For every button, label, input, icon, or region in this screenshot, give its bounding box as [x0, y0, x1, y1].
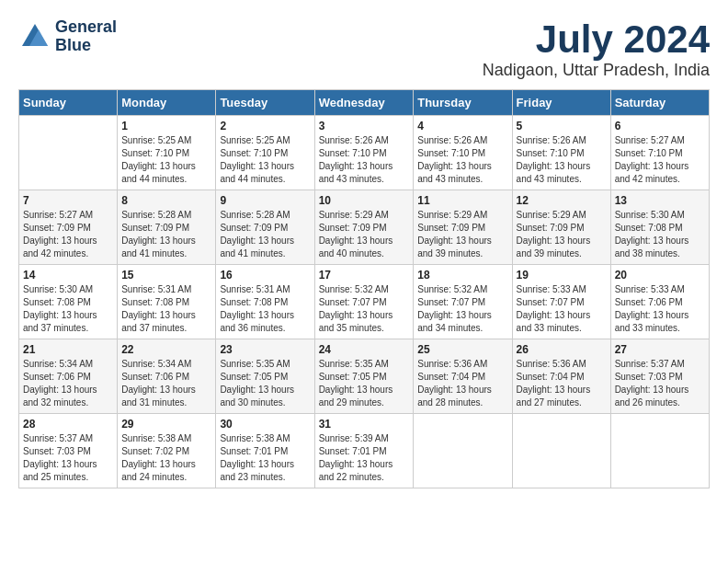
day-info: Sunrise: 5:36 AMSunset: 7:04 PMDaylight:…: [517, 358, 607, 409]
day-number: 2: [220, 120, 310, 132]
day-info: Sunrise: 5:37 AMSunset: 7:03 PMDaylight:…: [615, 358, 705, 409]
day-number: 23: [220, 343, 310, 356]
calendar-cell: 3Sunrise: 5:26 AMSunset: 7:10 PMDaylight…: [314, 116, 414, 190]
day-info: Sunrise: 5:27 AMSunset: 7:09 PMDaylight:…: [23, 209, 113, 260]
day-info: Sunrise: 5:35 AMSunset: 7:05 PMDaylight:…: [319, 358, 410, 409]
calendar-week-row: 1Sunrise: 5:25 AMSunset: 7:10 PMDaylight…: [19, 116, 710, 190]
day-info: Sunrise: 5:32 AMSunset: 7:07 PMDaylight:…: [417, 283, 507, 335]
day-info: Sunrise: 5:26 AMSunset: 7:10 PMDaylight:…: [319, 134, 410, 186]
day-number: 15: [121, 269, 211, 282]
day-number: 17: [319, 269, 410, 282]
calendar-cell: 5Sunrise: 5:26 AMSunset: 7:10 PMDaylight…: [512, 116, 610, 190]
day-number: 14: [23, 269, 113, 282]
calendar-cell: 15Sunrise: 5:31 AMSunset: 7:08 PMDayligh…: [118, 265, 216, 339]
day-number: 28: [23, 418, 113, 431]
day-info: Sunrise: 5:37 AMSunset: 7:03 PMDaylight:…: [23, 432, 113, 484]
calendar-cell: [414, 414, 512, 488]
calendar-cell: 31Sunrise: 5:39 AMSunset: 7:01 PMDayligh…: [314, 414, 414, 488]
day-info: Sunrise: 5:31 AMSunset: 7:08 PMDaylight:…: [121, 283, 211, 335]
day-number: 11: [417, 194, 507, 207]
calendar-cell: 28Sunrise: 5:37 AMSunset: 7:03 PMDayligh…: [19, 414, 118, 488]
day-info: Sunrise: 5:29 AMSunset: 7:09 PMDaylight:…: [417, 209, 507, 260]
calendar-cell: 6Sunrise: 5:27 AMSunset: 7:10 PMDaylight…: [610, 116, 709, 190]
day-number: 5: [517, 120, 607, 132]
weekday-header-row: SundayMondayTuesdayWednesdayThursdayFrid…: [19, 90, 710, 116]
day-info: Sunrise: 5:36 AMSunset: 7:04 PMDaylight:…: [417, 358, 507, 409]
day-number: 6: [615, 120, 705, 132]
day-info: Sunrise: 5:34 AMSunset: 7:06 PMDaylight:…: [23, 358, 113, 409]
day-info: Sunrise: 5:35 AMSunset: 7:05 PMDaylight:…: [220, 358, 310, 409]
day-number: 3: [319, 120, 410, 132]
weekday-header: Saturday: [610, 90, 709, 116]
calendar-cell: 24Sunrise: 5:35 AMSunset: 7:05 PMDayligh…: [314, 339, 414, 414]
calendar-cell: 12Sunrise: 5:29 AMSunset: 7:09 PMDayligh…: [512, 190, 610, 265]
calendar-cell: 1Sunrise: 5:25 AMSunset: 7:10 PMDaylight…: [118, 116, 216, 190]
day-info: Sunrise: 5:30 AMSunset: 7:08 PMDaylight:…: [23, 283, 113, 335]
weekday-header: Tuesday: [216, 90, 314, 116]
day-number: 18: [417, 269, 507, 282]
day-number: 9: [220, 194, 310, 207]
calendar-cell: 17Sunrise: 5:32 AMSunset: 7:07 PMDayligh…: [314, 265, 414, 339]
calendar-cell: 29Sunrise: 5:38 AMSunset: 7:02 PMDayligh…: [118, 414, 216, 488]
title-area: July 2024 Nadigaon, Uttar Pradesh, India: [483, 18, 710, 80]
calendar-cell: [512, 414, 610, 488]
calendar-cell: 7Sunrise: 5:27 AMSunset: 7:09 PMDaylight…: [19, 190, 118, 265]
day-number: 20: [615, 269, 705, 282]
day-info: Sunrise: 5:34 AMSunset: 7:06 PMDaylight:…: [121, 358, 211, 409]
day-info: Sunrise: 5:25 AMSunset: 7:10 PMDaylight:…: [121, 134, 211, 186]
day-info: Sunrise: 5:33 AMSunset: 7:06 PMDaylight:…: [615, 283, 705, 335]
calendar-cell: 26Sunrise: 5:36 AMSunset: 7:04 PMDayligh…: [512, 339, 610, 414]
day-number: 30: [220, 418, 310, 431]
day-info: Sunrise: 5:32 AMSunset: 7:07 PMDaylight:…: [319, 283, 410, 335]
day-number: 22: [121, 343, 211, 356]
day-number: 12: [517, 194, 607, 207]
day-info: Sunrise: 5:25 AMSunset: 7:10 PMDaylight:…: [220, 134, 310, 186]
calendar-cell: 13Sunrise: 5:30 AMSunset: 7:08 PMDayligh…: [610, 190, 709, 265]
day-info: Sunrise: 5:38 AMSunset: 7:02 PMDaylight:…: [121, 432, 211, 484]
day-info: Sunrise: 5:30 AMSunset: 7:08 PMDaylight:…: [615, 209, 705, 260]
weekday-header: Monday: [118, 90, 216, 116]
day-number: 7: [23, 194, 113, 207]
day-info: Sunrise: 5:26 AMSunset: 7:10 PMDaylight:…: [417, 134, 507, 186]
day-number: 25: [417, 343, 507, 356]
calendar-table: SundayMondayTuesdayWednesdayThursdayFrid…: [18, 89, 710, 488]
day-info: Sunrise: 5:29 AMSunset: 7:09 PMDaylight:…: [319, 209, 410, 260]
logo-icon: [18, 20, 51, 53]
day-number: 31: [319, 418, 410, 431]
weekday-header: Wednesday: [314, 90, 414, 116]
calendar-cell: 14Sunrise: 5:30 AMSunset: 7:08 PMDayligh…: [19, 265, 118, 339]
day-number: 8: [121, 194, 211, 207]
day-info: Sunrise: 5:39 AMSunset: 7:01 PMDaylight:…: [319, 432, 410, 484]
location-title: Nadigaon, Uttar Pradesh, India: [483, 61, 710, 80]
calendar-cell: 27Sunrise: 5:37 AMSunset: 7:03 PMDayligh…: [610, 339, 709, 414]
calendar-cell: 30Sunrise: 5:38 AMSunset: 7:01 PMDayligh…: [216, 414, 314, 488]
weekday-header: Sunday: [19, 90, 118, 116]
month-title: July 2024: [483, 18, 710, 61]
day-info: Sunrise: 5:26 AMSunset: 7:10 PMDaylight:…: [517, 134, 607, 186]
logo-text: General Blue: [55, 18, 117, 55]
calendar-cell: 11Sunrise: 5:29 AMSunset: 7:09 PMDayligh…: [414, 190, 512, 265]
calendar-week-row: 14Sunrise: 5:30 AMSunset: 7:08 PMDayligh…: [19, 265, 710, 339]
weekday-header: Thursday: [414, 90, 512, 116]
day-info: Sunrise: 5:28 AMSunset: 7:09 PMDaylight:…: [220, 209, 310, 260]
calendar-cell: 23Sunrise: 5:35 AMSunset: 7:05 PMDayligh…: [216, 339, 314, 414]
day-info: Sunrise: 5:29 AMSunset: 7:09 PMDaylight:…: [517, 209, 607, 260]
day-number: 27: [615, 343, 705, 356]
header: General Blue July 2024 Nadigaon, Uttar P…: [18, 18, 710, 80]
day-number: 16: [220, 269, 310, 282]
calendar-cell: 19Sunrise: 5:33 AMSunset: 7:07 PMDayligh…: [512, 265, 610, 339]
calendar-cell: 22Sunrise: 5:34 AMSunset: 7:06 PMDayligh…: [118, 339, 216, 414]
day-number: 19: [517, 269, 607, 282]
calendar-cell: 21Sunrise: 5:34 AMSunset: 7:06 PMDayligh…: [19, 339, 118, 414]
calendar-week-row: 21Sunrise: 5:34 AMSunset: 7:06 PMDayligh…: [19, 339, 710, 414]
day-number: 26: [517, 343, 607, 356]
day-number: 1: [121, 120, 211, 132]
calendar-cell: 4Sunrise: 5:26 AMSunset: 7:10 PMDaylight…: [414, 116, 512, 190]
day-number: 4: [417, 120, 507, 132]
day-info: Sunrise: 5:33 AMSunset: 7:07 PMDaylight:…: [517, 283, 607, 335]
day-number: 21: [23, 343, 113, 356]
weekday-header: Friday: [512, 90, 610, 116]
day-number: 13: [615, 194, 705, 207]
calendar-cell: [19, 116, 118, 190]
logo: General Blue: [18, 18, 117, 55]
